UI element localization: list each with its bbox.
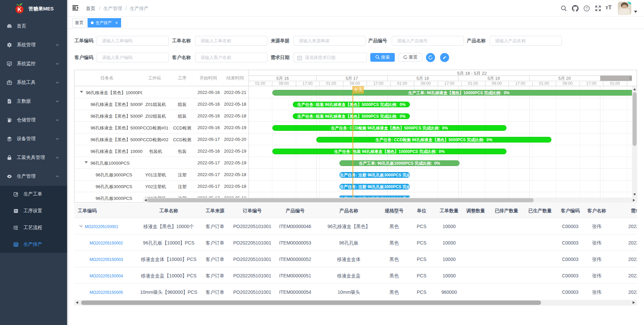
svg-text:?: ? [586,6,588,10]
svg-text:K: K [17,7,21,12]
